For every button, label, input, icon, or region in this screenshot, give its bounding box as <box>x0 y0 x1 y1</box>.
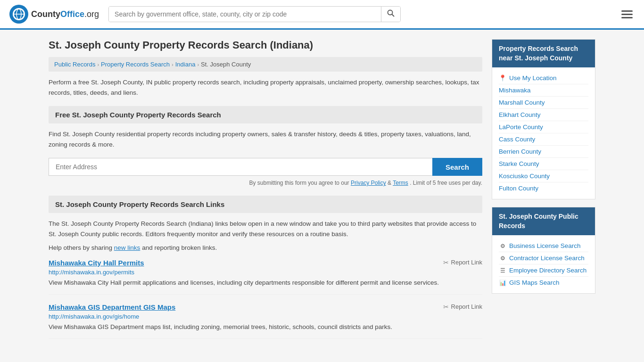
report-link-label-1: Report Link <box>451 259 482 266</box>
terms-link[interactable]: Terms <box>393 180 408 186</box>
link-url-1[interactable]: http://mishawaka.in.gov/permits <box>49 269 482 276</box>
report-link-button-2[interactable]: ✂ Report Link <box>443 303 482 311</box>
breadcrumb-sep-3: › <box>197 62 199 67</box>
free-search-section: Free St. Joseph County Property Records … <box>49 106 482 186</box>
main-content: St. Joseph County Property Records Searc… <box>49 39 482 347</box>
gis-maps-label: GIS Maps Search <box>509 279 560 286</box>
free-search-description: Find St. Joseph County residential prope… <box>49 129 482 149</box>
nearby-link-starke-county[interactable]: Starke County <box>499 158 588 170</box>
logo-icon <box>9 5 28 24</box>
location-icon: 📍 <box>499 74 506 82</box>
report-icon-2: ✂ <box>443 303 449 311</box>
privacy-policy-link[interactable]: Privacy Policy <box>351 180 386 186</box>
sharing-text: Help others by sharing new links and rep… <box>49 244 482 251</box>
site-logo[interactable]: CountyOffice.org <box>9 5 99 24</box>
report-link-button-1[interactable]: ✂ Report Link <box>443 259 482 266</box>
address-input[interactable] <box>49 158 432 176</box>
page-description: Perform a free St. Joseph County, IN pub… <box>49 77 482 98</box>
use-location-label: Use My Location <box>509 74 557 82</box>
nearby-box-content: 📍 Use My Location Mishawaka Marshall Cou… <box>492 67 595 199</box>
breadcrumb-sep-2: › <box>172 62 173 67</box>
links-section: St. Joseph County Property Records Searc… <box>49 196 482 339</box>
nearby-link-elkhart-county[interactable]: Elkhart County <box>499 109 588 121</box>
list-icon: ☰ <box>499 267 506 274</box>
links-section-header: St. Joseph County Property Records Searc… <box>49 196 482 213</box>
links-section-desc: The St. Joseph County Property Records S… <box>49 219 482 239</box>
breadcrumb: Public Records › Property Records Search… <box>49 57 482 72</box>
link-item-2: Mishawaka GIS Department GIS Maps ✂ Repo… <box>49 303 482 339</box>
link-desc-1: View Mishawaka City Hall permit applicat… <box>49 278 482 288</box>
header-search-bar <box>108 6 401 22</box>
contractor-license-label: Contractor License Search <box>509 255 585 262</box>
sidebar: Property Records Search near St. Joseph … <box>492 39 595 347</box>
nearby-link-berrien-county[interactable]: Berrien County <box>499 146 588 158</box>
link-title-2[interactable]: Mishawaka GIS Department GIS Maps <box>49 303 175 311</box>
new-links-link[interactable]: new links <box>114 244 140 251</box>
employee-directory-label: Employee Directory Search <box>509 267 586 274</box>
nearby-link-cass-county[interactable]: Cass County <box>499 133 588 146</box>
link-item-1: Mishawaka City Hall Permits ✂ Report Lin… <box>49 259 482 295</box>
breadcrumb-public-records[interactable]: Public Records <box>54 61 95 68</box>
nearby-link-kosciusko-county[interactable]: Kosciusko County <box>499 170 588 182</box>
hamburger-menu-button[interactable] <box>619 8 635 20</box>
breadcrumb-indiana[interactable]: Indiana <box>175 61 196 68</box>
form-disclaimer: By submitting this form you agree to our… <box>49 180 482 186</box>
search-button[interactable]: Search <box>432 158 482 176</box>
report-icon-1: ✂ <box>443 259 449 266</box>
link-item-1-header: Mishawaka City Hall Permits ✂ Report Lin… <box>49 259 482 267</box>
logo-text: CountyOffice.org <box>31 9 99 19</box>
public-records-box: St. Joseph County Public Records ⚙ Busin… <box>492 207 595 294</box>
link-item-2-header: Mishawaka GIS Department GIS Maps ✂ Repo… <box>49 303 482 311</box>
nearby-link-fulton-county[interactable]: Fulton County <box>499 182 588 194</box>
public-records-link-gis-maps[interactable]: 📊 GIS Maps Search <box>499 277 588 288</box>
nearby-box: Property Records Search near St. Joseph … <box>492 39 595 199</box>
address-search-row: Search <box>49 158 482 176</box>
header-search-input[interactable] <box>109 7 381 22</box>
svg-line-5 <box>392 15 394 16</box>
page-title: St. Joseph County Property Records Searc… <box>49 39 482 51</box>
business-license-label: Business License Search <box>509 242 581 249</box>
nearby-box-header: Property Records Search near St. Joseph … <box>492 40 595 67</box>
link-desc-2: View Mishawaka GIS Department maps list,… <box>49 322 482 332</box>
gear-icon-1: ⚙ <box>499 243 506 249</box>
public-records-box-content: ⚙ Business License Search ⚙ Contractor L… <box>492 235 595 293</box>
breadcrumb-property-records-search[interactable]: Property Records Search <box>101 61 170 68</box>
public-records-link-contractor-license[interactable]: ⚙ Contractor License Search <box>499 252 588 264</box>
report-link-label-2: Report Link <box>451 303 482 310</box>
nearby-link-laporte-county[interactable]: LaPorte County <box>499 121 588 133</box>
use-my-location-link[interactable]: 📍 Use My Location <box>499 72 588 84</box>
gear-icon-2: ⚙ <box>499 255 506 262</box>
free-search-header: Free St. Joseph County Property Records … <box>49 106 482 123</box>
public-records-box-header: St. Joseph County Public Records <box>492 207 595 235</box>
header-search-button[interactable] <box>381 7 400 22</box>
public-records-link-employee-directory[interactable]: ☰ Employee Directory Search <box>499 264 588 277</box>
link-url-2[interactable]: http://mishawaka.in.gov/gis/home <box>49 313 482 320</box>
page-wrapper: St. Joseph County Property Records Searc… <box>39 30 605 357</box>
site-header: CountyOffice.org <box>0 0 644 30</box>
nearby-link-mishawaka[interactable]: Mishawaka <box>499 84 588 97</box>
chart-icon: 📊 <box>499 280 506 286</box>
nearby-link-marshall-county[interactable]: Marshall County <box>499 97 588 109</box>
link-title-1[interactable]: Mishawaka City Hall Permits <box>49 259 144 267</box>
breadcrumb-current: St. Joseph County <box>201 61 251 68</box>
breadcrumb-sep-1: › <box>97 62 99 67</box>
public-records-link-business-license[interactable]: ⚙ Business License Search <box>499 240 588 252</box>
